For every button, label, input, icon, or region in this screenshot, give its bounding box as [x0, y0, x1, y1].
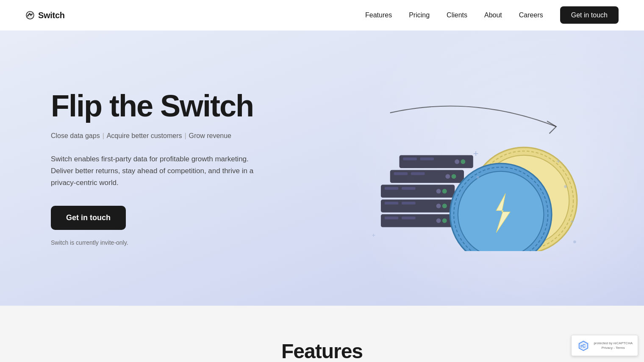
svg-point-40 — [573, 240, 576, 243]
svg-point-38 — [476, 176, 479, 179]
nav-about[interactable]: About — [484, 11, 502, 19]
svg-text:rC: rC — [580, 343, 586, 348]
svg-point-20 — [452, 174, 456, 179]
svg-text:+: + — [570, 218, 574, 225]
svg-point-39 — [564, 185, 567, 188]
logo-icon — [25, 11, 35, 20]
svg-rect-9 — [402, 202, 416, 205]
svg-point-5 — [442, 218, 447, 223]
svg-point-15 — [442, 189, 447, 193]
svg-point-10 — [442, 204, 447, 208]
svg-rect-13 — [385, 187, 399, 190]
svg-rect-3 — [385, 216, 399, 219]
svg-rect-14 — [402, 187, 416, 190]
nav-cta-button[interactable]: Get in touch — [560, 6, 619, 24]
hero-description: Switch enables first-party data for prof… — [51, 153, 280, 189]
svg-point-26 — [455, 159, 459, 164]
svg-rect-18 — [394, 172, 408, 175]
svg-point-16 — [436, 189, 441, 193]
hero-illustration-area: + + + + — [335, 85, 593, 251]
nav-features[interactable]: Features — [365, 11, 392, 19]
svg-text:+: + — [473, 148, 479, 159]
svg-text:+: + — [556, 157, 561, 165]
logo-link[interactable]: Switch — [25, 11, 65, 20]
svg-point-21 — [445, 174, 450, 179]
recaptcha-text: protected by reCAPTCHA Privacy - Terms — [594, 341, 633, 350]
nav-careers[interactable]: Careers — [519, 11, 543, 19]
hero-section: Flip the Switch Close data gaps Acquire … — [0, 30, 644, 306]
features-title: Features — [25, 340, 619, 362]
nav-pricing[interactable]: Pricing — [409, 11, 430, 19]
hero-content: Flip the Switch Close data gaps Acquire … — [51, 90, 309, 246]
svg-rect-24 — [420, 158, 434, 160]
svg-point-25 — [461, 159, 465, 164]
hero-illustration: + + + + — [335, 85, 593, 251]
svg-point-31 — [458, 171, 544, 251]
logo-text: Switch — [38, 11, 65, 20]
hero-tag-2: Acquire better customers — [107, 132, 182, 140]
hero-title: Flip the Switch — [51, 90, 309, 122]
recaptcha-logo: rC — [577, 339, 590, 352]
svg-rect-19 — [411, 172, 425, 175]
nav-links: Features Pricing Clients About Careers G… — [365, 11, 619, 19]
hero-invite-note: Switch is currently invite-only. — [51, 239, 309, 246]
svg-rect-23 — [403, 158, 417, 160]
hero-tag-1: Close data gaps — [51, 132, 100, 140]
hero-tags: Close data gaps Acquire better customers… — [51, 132, 309, 140]
svg-rect-8 — [385, 202, 399, 205]
hero-cta-button[interactable]: Get in touch — [51, 206, 126, 230]
svg-rect-4 — [402, 216, 416, 219]
features-section: Features — [0, 306, 644, 362]
hero-tag-3: Grow revenue — [189, 132, 232, 140]
svg-text:+: + — [372, 231, 375, 238]
navbar: Switch Features Pricing Clients About Ca… — [0, 0, 644, 30]
svg-point-6 — [436, 218, 441, 223]
nav-clients[interactable]: Clients — [447, 11, 467, 19]
svg-point-11 — [436, 204, 441, 208]
recaptcha-badge: rC protected by reCAPTCHA Privacy - Term… — [571, 335, 638, 356]
